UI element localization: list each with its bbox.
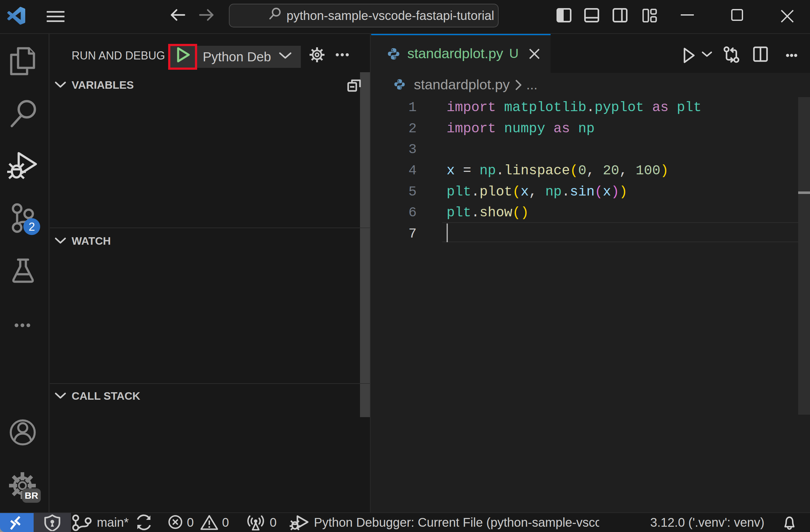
svg-text:2: 2 [29, 220, 35, 233]
